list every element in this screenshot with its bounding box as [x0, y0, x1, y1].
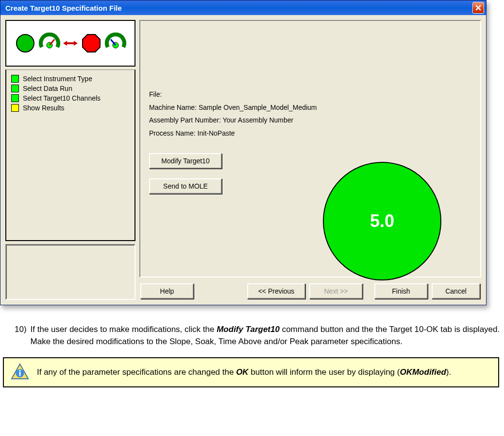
- stop-icon: [81, 33, 102, 54]
- wizard-nav: Help << Previous Next >> Finish Cancel: [139, 281, 481, 300]
- step-item: Select Instrument Type: [11, 75, 130, 83]
- client-area: Select Instrument Type Select Data Run S…: [0, 15, 486, 305]
- wizard-steps: Select Instrument Type Select Data Run S…: [5, 70, 135, 241]
- sidebar: Select Instrument Type Select Data Run S…: [5, 20, 135, 300]
- gauge-green-icon: [15, 33, 36, 54]
- gauge-green3-icon: [105, 33, 126, 54]
- titlebar: Create Target10 Specification File: [0, 0, 486, 15]
- step-label: Select Target10 Channels: [23, 94, 101, 102]
- machine-line: Machine Name: Sample Oven_Sample_Model_M…: [149, 101, 471, 114]
- score-indicator: 5.0: [323, 162, 441, 280]
- modify-target10-ref: Modify Target10: [217, 325, 280, 334]
- cancel-button[interactable]: Cancel: [432, 283, 480, 299]
- svg-point-0: [17, 35, 34, 52]
- sidebar-bottom-panel: [5, 244, 135, 300]
- step-status-icon: [11, 104, 19, 112]
- ok-ref: OK: [236, 367, 249, 377]
- help-button[interactable]: Help: [140, 283, 194, 299]
- wizard-icon-panel: [5, 20, 135, 67]
- window-title: Create Target10 Specification File: [5, 4, 472, 12]
- note-text: If any of the parameter specifications a…: [37, 367, 451, 377]
- next-button: Next >>: [309, 283, 363, 299]
- svg-marker-4: [63, 41, 67, 46]
- step-status-icon: [11, 85, 19, 92]
- step-number: 10): [15, 324, 31, 348]
- previous-button[interactable]: << Previous: [247, 283, 305, 299]
- double-arrow-icon: [63, 38, 78, 48]
- step-label: Select Data Run: [23, 85, 72, 92]
- close-icon: [475, 5, 481, 11]
- finish-button[interactable]: Finish: [374, 283, 428, 299]
- step-item: Show Results: [11, 104, 130, 112]
- step-item: Select Data Run: [11, 85, 130, 92]
- info-note: If any of the parameter specifications a…: [3, 357, 499, 387]
- step-status-icon: [11, 75, 19, 83]
- svg-marker-6: [83, 35, 100, 52]
- main-area: File: Machine Name: Sample Oven_Sample_M…: [139, 20, 481, 300]
- gauge-green2-icon: [39, 33, 60, 54]
- score-value: 5.0: [370, 211, 394, 231]
- step-status-icon: [11, 94, 19, 102]
- dialog-window: Create Target10 Specification File Selec…: [0, 0, 487, 305]
- okmodified-ref: OKModified: [400, 367, 446, 377]
- svg-rect-12: [19, 370, 21, 372]
- info-block: File: Machine Name: Sample Oven_Sample_M…: [149, 88, 471, 140]
- assembly-line: Assembly Part Number: Your Assembly Numb…: [149, 114, 471, 127]
- send-to-mole-button[interactable]: Send to MOLE: [149, 178, 222, 194]
- content-panel: File: Machine Name: Sample Oven_Sample_M…: [139, 20, 481, 278]
- step-label: Show Results: [23, 104, 65, 112]
- step-item: Select Target10 Channels: [11, 94, 130, 102]
- process-line: Process Name: Init-NoPaste: [149, 127, 471, 140]
- modify-target10-button[interactable]: Modify Target10: [149, 153, 222, 169]
- svg-rect-11: [19, 372, 21, 376]
- svg-marker-5: [74, 41, 78, 46]
- close-button[interactable]: [472, 2, 484, 14]
- doc-step: 10) If the user decides to make modifica…: [0, 314, 500, 352]
- step-label: Select Instrument Type: [23, 75, 92, 83]
- file-line: File:: [149, 88, 471, 101]
- step-body: If the user decides to make modification…: [31, 324, 500, 348]
- info-icon: [11, 363, 29, 382]
